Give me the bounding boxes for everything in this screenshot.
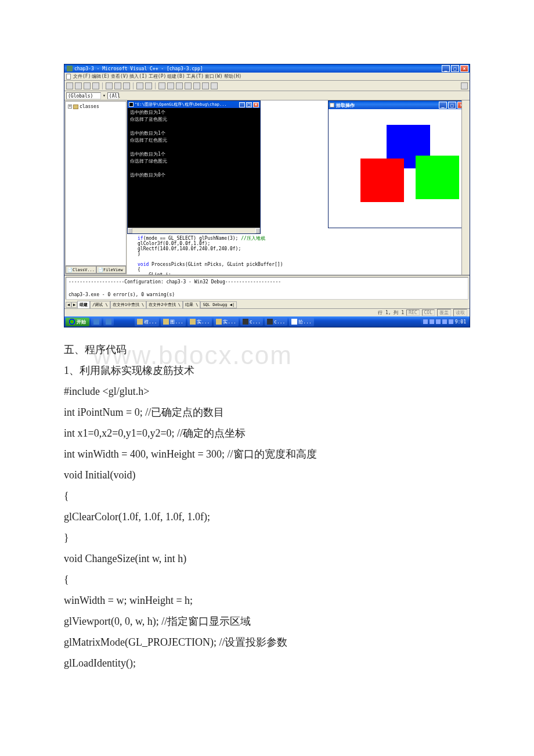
- output-body[interactable]: --------------------Configuration: chap3…: [66, 277, 468, 300]
- tabs-scroll-right[interactable]: ▶: [71, 302, 77, 308]
- taskbar[interactable]: 开始 程... 图... 实... 实... c... c... 拾... 9:…: [64, 316, 470, 327]
- find-icon[interactable]: [461, 82, 468, 89]
- task-item[interactable]: c...: [240, 318, 263, 326]
- code-line: int iPointNum = 0; //已确定点的数目: [64, 402, 470, 423]
- new-icon[interactable]: [66, 82, 73, 89]
- console-minimize[interactable]: _: [239, 102, 245, 107]
- class-tree[interactable]: + classes: [66, 102, 126, 265]
- tab-classview[interactable]: 📄ClassV...: [66, 266, 96, 273]
- workspace: + classes 📄ClassV... 📄FileView "E:\图形学\O…: [64, 100, 470, 275]
- menu-build[interactable]: 组建(B): [167, 73, 185, 80]
- stop-icon[interactable]: [185, 82, 192, 89]
- console-icon: [129, 102, 134, 107]
- member-combo[interactable]: (All: [107, 92, 119, 99]
- menu-tools[interactable]: 工具(T): [186, 73, 204, 80]
- paste-icon[interactable]: [123, 82, 130, 89]
- tabs-scroll-left[interactable]: ◀: [66, 302, 71, 308]
- gl-maximize[interactable]: □: [448, 102, 456, 109]
- redo-icon[interactable]: [145, 82, 152, 89]
- quick-launch-1[interactable]: [91, 318, 102, 326]
- output-tabs: ◀ ▶ 组建 /调试 \ 在文件1中查找 \ 在文件2中查找 \ 结果 \ SQ…: [64, 301, 470, 309]
- task-item[interactable]: 程...: [135, 318, 159, 326]
- task-item[interactable]: c...: [265, 318, 287, 326]
- section-heading: 五、程序代码: [64, 339, 470, 360]
- start-button[interactable]: 开始: [66, 318, 89, 326]
- tray-icon[interactable]: [436, 319, 441, 324]
- menu-window[interactable]: 窗口(W): [205, 73, 222, 80]
- tray-icon[interactable]: [430, 319, 434, 324]
- open-icon[interactable]: [75, 82, 82, 89]
- opengl-window[interactable]: 拾取操作 _ □ ×: [328, 100, 467, 228]
- console-window[interactable]: "E:\图形学\OpenGL程序\程序\Debug\chap... _ □ × …: [127, 100, 261, 234]
- save-icon[interactable]: [84, 82, 91, 89]
- undo-icon[interactable]: [136, 82, 143, 89]
- console-body: 选中的数目为1个你选择了蓝色图元 选中的数目为1个你选择了红色图元 选中的数目为…: [128, 108, 260, 228]
- output-tab-build[interactable]: 组建: [77, 301, 90, 309]
- toolbar-scope: (Globals) ▾ (All: [64, 91, 470, 100]
- task-item[interactable]: 实...: [214, 318, 238, 326]
- editor-vscrollbar[interactable]: [461, 100, 470, 275]
- menu-edit[interactable]: 编辑(E): [92, 73, 109, 80]
- tab-fileview[interactable]: 📄FileView: [96, 266, 126, 273]
- code-line: glLoadIdentity();: [64, 653, 470, 674]
- minimize-button[interactable]: _: [442, 65, 450, 72]
- output-tab-debug[interactable]: /调试 \: [90, 301, 110, 309]
- menu-help[interactable]: 帮助(H): [224, 73, 241, 80]
- build-all-icon[interactable]: [176, 82, 183, 89]
- build-icon[interactable]: [167, 82, 174, 89]
- opengl-titlebar[interactable]: 拾取操作 _ □ ×: [329, 101, 467, 109]
- quick-launch-2[interactable]: [103, 318, 114, 326]
- task-item[interactable]: 图...: [161, 318, 185, 326]
- tray-icon[interactable]: [442, 319, 447, 324]
- saveall-icon[interactable]: [92, 82, 99, 89]
- task-item[interactable]: 拾...: [289, 318, 313, 326]
- ie-icon: [93, 319, 99, 325]
- output-tab-find1[interactable]: 在文件1中查找 \: [110, 301, 147, 309]
- breakpoint-icon[interactable]: [211, 82, 218, 89]
- console-titlebar[interactable]: "E:\图形学\OpenGL程序\程序\Debug\chap... _ □ ×: [128, 101, 260, 108]
- tray-icon[interactable]: [449, 319, 453, 324]
- code-editor[interactable]: if(mode == GL_SELECT) glPushName(3); //压…: [127, 235, 459, 275]
- status-col: COL: [422, 309, 435, 316]
- window-list-icon[interactable]: [158, 82, 165, 89]
- scope-combo[interactable]: (Globals): [66, 92, 101, 99]
- menu-view[interactable]: 查看(V): [111, 73, 128, 80]
- output-tab-sql[interactable]: SQL Debugg ◀|: [200, 301, 237, 308]
- maximize-button[interactable]: □: [451, 65, 459, 72]
- windows-logo-icon: [69, 319, 75, 325]
- status-rec: REC: [406, 309, 419, 316]
- console-maximize[interactable]: □: [246, 102, 252, 107]
- debug-icon[interactable]: [202, 82, 209, 89]
- menubar[interactable]: 文件(F) 编辑(E) 查看(V) 插入(I) 工程(P) 组建(B) 工具(T…: [64, 73, 470, 81]
- menu-file[interactable]: 文件(F): [73, 73, 91, 80]
- code-line: void Initial(void): [64, 465, 470, 485]
- main-titlebar[interactable]: chap3-3 - Microsoft Visual C++ - [chap3-…: [64, 64, 470, 73]
- console-close[interactable]: ×: [253, 102, 259, 107]
- copy-icon[interactable]: [114, 82, 121, 89]
- app-icon: [291, 319, 297, 325]
- menu-insert[interactable]: 插入(I): [129, 73, 147, 80]
- red-square[interactable]: [360, 159, 404, 202]
- menu-project[interactable]: 工程(P): [149, 73, 166, 80]
- ie-icon2: [106, 319, 111, 325]
- tree-expand-icon[interactable]: +: [68, 105, 72, 109]
- folder-icon: [190, 319, 196, 325]
- tray-icon[interactable]: [423, 319, 428, 324]
- close-button[interactable]: ×: [460, 65, 468, 72]
- code-line: glViewport(0, 0, w, h); //指定窗口显示区域: [64, 611, 470, 632]
- cut-icon[interactable]: [106, 82, 113, 89]
- console-scrollbar[interactable]: [128, 228, 260, 233]
- code-line: }: [64, 527, 470, 548]
- green-square[interactable]: [416, 156, 459, 199]
- task-item[interactable]: 实...: [187, 318, 212, 326]
- gl-canvas[interactable]: [329, 109, 467, 228]
- output-tab-result[interactable]: 结果 \: [183, 301, 200, 309]
- output-tab-find2[interactable]: 在文件2中查找 \: [146, 301, 183, 309]
- gl-minimize[interactable]: _: [439, 102, 447, 109]
- system-tray[interactable]: 9:01: [421, 318, 468, 326]
- ide-window: chap3-3 - Microsoft Visual C++ - [chap3-…: [64, 64, 470, 327]
- tree-root[interactable]: + classes: [68, 104, 124, 109]
- console-icon: [267, 319, 273, 325]
- run-icon[interactable]: [193, 82, 200, 89]
- doc-icon: [66, 74, 71, 80]
